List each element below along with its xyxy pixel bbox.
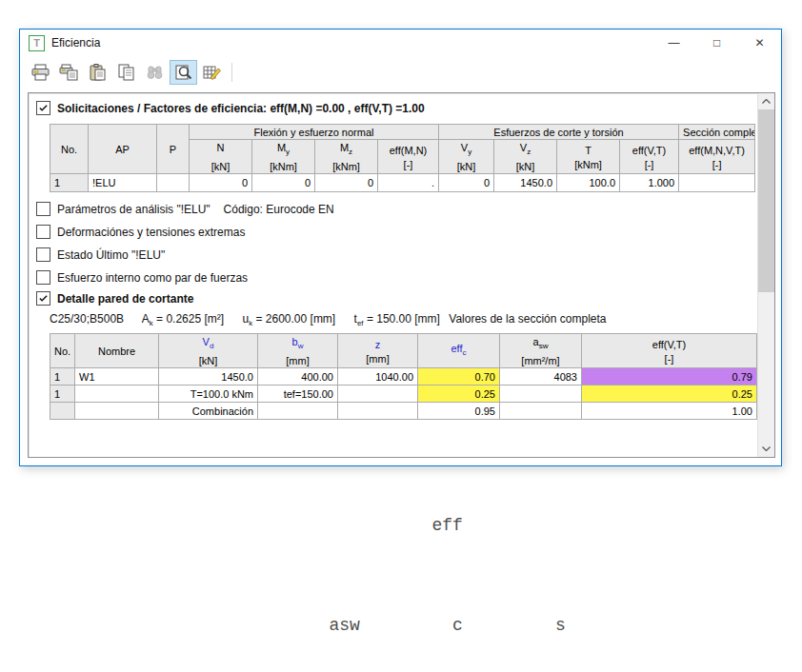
- cell-bw: [258, 403, 338, 420]
- find-button[interactable]: [141, 60, 169, 85]
- checkbox-esfuerzo[interactable]: [36, 270, 50, 285]
- minimize-button[interactable]: —: [652, 30, 695, 56]
- print-preview-button[interactable]: [55, 60, 83, 85]
- cell-vd: T=100.0 kNm: [159, 385, 258, 403]
- col-header-p: P: [157, 125, 190, 174]
- col-header-n: N[kN]: [190, 140, 252, 174]
- col-header-effvt: eff(V,T)[-]: [620, 140, 679, 174]
- close-button[interactable]: ✕: [738, 30, 781, 56]
- checkbox-parametros[interactable]: [36, 202, 50, 216]
- checkbox-row-detalle[interactable]: Detalle pared de cortante: [36, 291, 193, 306]
- checkbox-row-solicitaciones[interactable]: Solicitaciones / Factores de eficiencia:…: [36, 101, 425, 115]
- cell-no: 1: [50, 174, 89, 192]
- col-header-nombre: Nombre: [75, 334, 159, 368]
- zoom-page-icon: [173, 64, 193, 81]
- zoom-page-button[interactable]: [170, 60, 197, 85]
- vertical-scrollbar[interactable]: [757, 93, 774, 457]
- scroll-up-button[interactable]: [758, 93, 774, 109]
- section-deformaciones-label: Deformaciónes y tensiones extremas: [57, 226, 245, 239]
- print-button[interactable]: [27, 60, 54, 85]
- col-header-vy: Vy[kN]: [439, 140, 494, 174]
- edit-table-icon: [202, 64, 222, 81]
- paste-button[interactable]: [84, 60, 111, 85]
- col-header-t: T[kNm]: [557, 140, 620, 174]
- titlebar[interactable]: T Eficiencia — □ ✕: [20, 30, 781, 56]
- cell-effvt: 1.00: [582, 403, 757, 420]
- cell-z: [338, 385, 418, 403]
- checkbox-row-esfuerzo[interactable]: Esfuerzo interno como par de fuerzas: [36, 270, 248, 285]
- info-suffix: Valores de la sección completa: [449, 312, 606, 326]
- col-header-vz: Vz[kN]: [494, 140, 557, 174]
- col-header-effvt: eff(V,T)[-]: [582, 334, 757, 368]
- table-row-w1: 1 W1 1450.0 400.00 1040.00 0.70 4083 0.7…: [50, 368, 757, 385]
- cell-effc: 0.95: [418, 403, 500, 420]
- checkbox-deformaciones[interactable]: [36, 225, 50, 239]
- checkbox-detalle[interactable]: [36, 291, 50, 306]
- cell-effc: 0.70: [418, 368, 500, 385]
- cell-ap: !ELU: [89, 174, 157, 192]
- cell-bw: 400.00: [258, 368, 338, 385]
- cell-n: 0: [190, 174, 252, 192]
- print-icon: [30, 64, 50, 81]
- material-label: C25/30;B500B: [50, 312, 124, 326]
- maximize-button[interactable]: □: [695, 30, 738, 56]
- col-header-effmn: eff(M,N)[-]: [378, 140, 439, 174]
- window-title: Eficiencia: [51, 36, 100, 49]
- cell-nombre: W1: [75, 368, 159, 385]
- table-row-torsion: 1 T=100.0 kNm tef=150.00 0.25 0.25: [50, 385, 757, 403]
- cell-p: [157, 174, 190, 192]
- mono-col-s: s: [463, 614, 566, 637]
- group-header-flexion: Flexión y esfuerzo normal: [190, 125, 439, 140]
- cell-no: 1: [50, 368, 75, 385]
- section-properties-line: C25/30;B500B Ak = 0.2625 [m²] uk = 2600.…: [50, 312, 606, 327]
- col-header-mz: Mz[kNm]: [315, 140, 378, 174]
- cell-vd: 1450.0: [159, 368, 258, 385]
- edit-table-button[interactable]: [198, 60, 226, 85]
- col-header-ap: AP: [89, 125, 157, 174]
- cell-no: 1: [50, 385, 75, 403]
- cell-no: [50, 403, 75, 420]
- col-header-z: z[mm]: [338, 334, 418, 368]
- cell-mz: 0: [315, 174, 378, 192]
- eficiencia-window: T Eficiencia — □ ✕: [19, 29, 782, 466]
- cell-my: 0: [252, 174, 315, 192]
- scroll-down-button[interactable]: [758, 441, 774, 457]
- checkbox-row-estado[interactable]: Estado Último "!ELU": [36, 247, 165, 262]
- col-header-vd: Vd[kN]: [159, 334, 258, 368]
- col-header-effc: effc: [418, 334, 500, 368]
- uk-value: uk = 2600.00 [mm]: [242, 312, 335, 326]
- section-parametros-extra: Código: Eurocode EN: [224, 203, 334, 216]
- check-icon: [38, 293, 49, 304]
- checkbox-row-deformaciones[interactable]: Deformaciónes y tensiones extremas: [36, 225, 245, 239]
- col-header-no: No.: [50, 334, 75, 368]
- copy-icon: [116, 64, 136, 81]
- cell-vd: Combinación: [159, 403, 258, 420]
- mono-col-asw: asw: [319, 614, 360, 637]
- window-controls: — □ ✕: [652, 30, 781, 56]
- cell-vy: 0: [439, 174, 494, 192]
- report-panel: Solicitaciones / Factores de eficiencia:…: [28, 92, 775, 458]
- checkbox-solicitaciones[interactable]: [36, 101, 50, 115]
- cell-effvt: 1.000: [620, 174, 679, 192]
- print-preview-icon: [59, 64, 79, 81]
- scrollbar-thumb[interactable]: [758, 109, 774, 292]
- group-header-seccion: Sección completa: [679, 125, 755, 140]
- cell-vz: 1450.0: [494, 174, 557, 192]
- copy-button[interactable]: [112, 60, 140, 85]
- cell-nombre: [75, 403, 159, 420]
- cell-z: 1040.00: [338, 368, 418, 385]
- paste-icon: [88, 64, 108, 81]
- col-header-asw: asw[mm²/m]: [500, 334, 582, 368]
- cell-effvt: 0.79: [582, 368, 757, 385]
- cell-asw: [500, 403, 582, 420]
- section-parametros-label: Parámetros de análisis "!ELU": [57, 203, 211, 216]
- cell-effmn: .: [378, 174, 439, 192]
- cell-nombre: [75, 385, 159, 403]
- checkbox-estado[interactable]: [36, 247, 50, 262]
- checkbox-row-parametros[interactable]: Parámetros de análisis "!ELU" Código: Eu…: [36, 202, 334, 216]
- cell-bw: tef=150.00: [258, 385, 338, 403]
- cell-effvt: 0.25: [582, 385, 757, 403]
- ak-value: Ak = 0.2625 [m²]: [142, 312, 224, 326]
- table-row-combinacion: Combinación 0.95 1.00: [50, 403, 757, 420]
- col-header-bw: bw[mm]: [258, 334, 338, 368]
